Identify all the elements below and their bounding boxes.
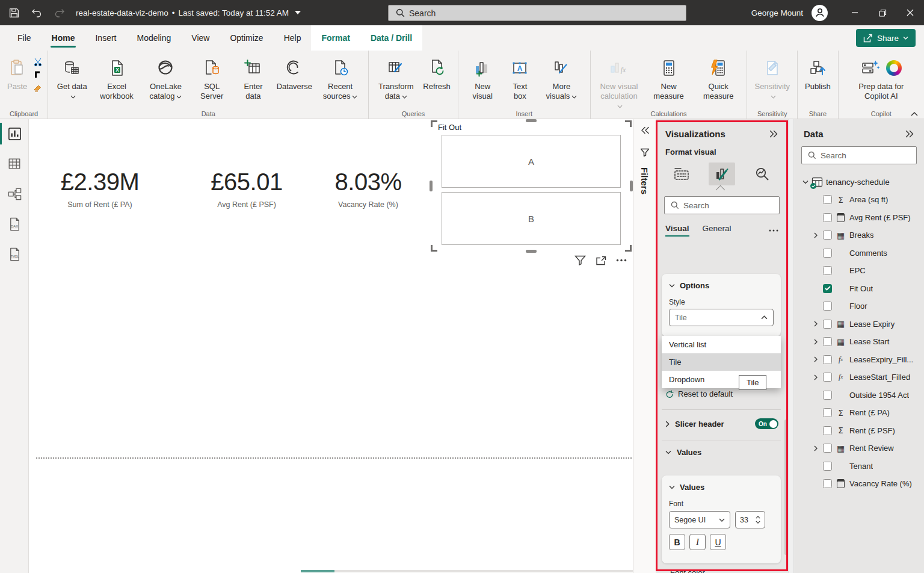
resize-handle[interactable]	[526, 119, 537, 122]
expand-chevron-icon[interactable]	[812, 339, 819, 345]
horizontal-scrollbar[interactable]	[301, 570, 633, 572]
table-view-button[interactable]	[0, 149, 29, 178]
field-checkbox[interactable]	[823, 213, 832, 222]
kpi-card[interactable]: 8.03% Vacancy Rate (%)	[335, 169, 402, 209]
focus-mode-icon[interactable]	[596, 256, 606, 265]
field-row[interactable]: Area (sq ft)	[794, 191, 924, 209]
slicer-tile[interactable]: B	[442, 192, 621, 245]
menu-tab[interactable]: View	[181, 25, 220, 51]
resize-handle[interactable]	[431, 120, 437, 127]
kpi-card[interactable]: £65.01 Avg Rent (£ PSF)	[211, 169, 282, 209]
field-row[interactable]: Lease Start	[794, 333, 924, 351]
resize-handle[interactable]	[431, 245, 437, 252]
field-row[interactable]: Tenant	[794, 457, 924, 475]
menu-tab[interactable]: Home	[42, 25, 85, 51]
menu-tab[interactable]: Help	[274, 25, 312, 51]
share-button[interactable]: Share	[856, 29, 916, 47]
slicer-header-toggle[interactable]: On	[755, 418, 778, 429]
visual-filter-icon[interactable]	[574, 255, 586, 265]
menu-tab[interactable]: File	[7, 25, 42, 51]
field-row[interactable]: LeaseStart_Filled	[794, 368, 924, 386]
close-button[interactable]	[896, 0, 924, 25]
resize-handle[interactable]	[430, 181, 433, 191]
field-checkbox[interactable]	[823, 408, 832, 417]
save-icon[interactable]	[5, 4, 23, 22]
expand-filters-icon[interactable]	[640, 126, 649, 134]
get-data-button[interactable]: Get data	[52, 53, 92, 103]
expand-chevron-icon[interactable]	[812, 445, 819, 451]
field-row[interactable]: Rent Review	[794, 439, 924, 457]
field-checkbox[interactable]	[823, 302, 832, 311]
table-row[interactable]: tenancy-schedule	[794, 173, 924, 191]
fit-out-slicer[interactable]: Fit Out AB	[431, 120, 632, 267]
field-row[interactable]: Lease Expiry	[794, 315, 924, 333]
restore-button[interactable]	[869, 0, 896, 25]
dax-query-view-button[interactable]: DAX	[0, 209, 29, 238]
field-checkbox[interactable]	[823, 195, 832, 204]
publish-button[interactable]: Publish	[801, 53, 834, 93]
copy-icon[interactable]	[32, 70, 44, 81]
format-visual-tab-icon[interactable]	[709, 163, 735, 185]
minimize-button[interactable]	[841, 0, 869, 25]
field-checkbox[interactable]	[823, 284, 832, 293]
filters-pane-label[interactable]: Filters	[639, 167, 650, 194]
chevron-down-icon[interactable]	[802, 180, 808, 184]
menu-tab[interactable]: Insert	[85, 25, 126, 51]
field-checkbox[interactable]	[823, 462, 832, 471]
options-header[interactable]: Options	[680, 281, 709, 290]
pane-divider[interactable]	[788, 119, 794, 573]
field-checkbox[interactable]	[823, 426, 832, 435]
new-measure-button[interactable]: New measure	[644, 53, 694, 103]
stepper-icons[interactable]	[756, 516, 760, 524]
cut-icon[interactable]	[32, 57, 44, 67]
global-search-input[interactable]	[409, 8, 650, 18]
field-row[interactable]: LeaseExpiry_Fill...	[794, 351, 924, 369]
chevron-down-icon[interactable]	[669, 283, 675, 288]
field-row[interactable]: Outside 1954 Act	[794, 386, 924, 404]
avatar[interactable]	[812, 5, 828, 21]
expand-chevron-icon[interactable]	[812, 321, 819, 327]
field-checkbox[interactable]	[823, 249, 832, 258]
more-visuals-button[interactable]: More visuals	[537, 53, 586, 103]
sql-server-button[interactable]: SQL Server	[190, 53, 233, 103]
slicer-tile[interactable]: A	[442, 135, 621, 188]
title-dropdown-icon[interactable]	[295, 11, 301, 14]
field-checkbox[interactable]	[823, 391, 832, 400]
onelake-catalog-button[interactable]: OneLake catalog	[141, 53, 190, 103]
refresh-button[interactable]: Refresh	[419, 53, 454, 93]
expand-chevron-icon[interactable]	[812, 356, 819, 362]
redo-icon[interactable]	[51, 4, 69, 22]
more-options-icon[interactable]	[616, 259, 627, 262]
field-row[interactable]: Vacancy Rate (%)	[794, 475, 924, 493]
new-visual-button[interactable]: New visual	[462, 53, 504, 103]
data-search-input[interactable]	[821, 151, 899, 160]
transform-data-button[interactable]: Transform data	[372, 53, 419, 103]
menu-tab[interactable]: Data / Drill	[360, 25, 422, 51]
field-row[interactable]: Rent (£ PA)	[794, 404, 924, 422]
chevron-down-icon[interactable]	[669, 485, 675, 489]
analytics-tab-icon[interactable]	[749, 163, 775, 185]
copilot-logo-icon[interactable]	[886, 60, 902, 76]
style-dropdown-option[interactable]: Tile	[662, 353, 781, 371]
horizontal-scrollbar-thumb[interactable]	[301, 570, 334, 572]
collapse-pane-icon[interactable]	[769, 130, 778, 138]
slicer-header-section[interactable]: Slicer header On	[665, 415, 778, 432]
field-checkbox[interactable]	[823, 337, 832, 346]
field-checkbox[interactable]	[823, 373, 832, 382]
kpi-card[interactable]: £2.39M Sum of Rent (£ PA)	[61, 169, 139, 209]
field-row[interactable]: Floor	[794, 297, 924, 315]
vertical-scrollbar-thumb[interactable]	[784, 420, 787, 555]
dataverse-button[interactable]: Dataverse	[273, 53, 316, 93]
field-checkbox[interactable]	[823, 266, 832, 275]
bold-button[interactable]: B	[669, 534, 685, 550]
tmdl-view-button[interactable]: TMDL	[0, 240, 29, 268]
values-section[interactable]: Values	[665, 448, 701, 457]
report-canvas[interactable]: £2.39M Sum of Rent (£ PA) £65.01 Avg Ren…	[29, 119, 633, 573]
paste-button[interactable]: Paste	[4, 53, 31, 93]
field-row[interactable]: EPC	[794, 262, 924, 280]
resize-handle[interactable]	[625, 245, 632, 252]
format-search-box[interactable]	[664, 196, 780, 214]
model-view-button[interactable]	[0, 179, 29, 208]
collapse-ribbon-icon[interactable]	[911, 111, 918, 116]
values-card-header[interactable]: Values	[680, 483, 704, 492]
